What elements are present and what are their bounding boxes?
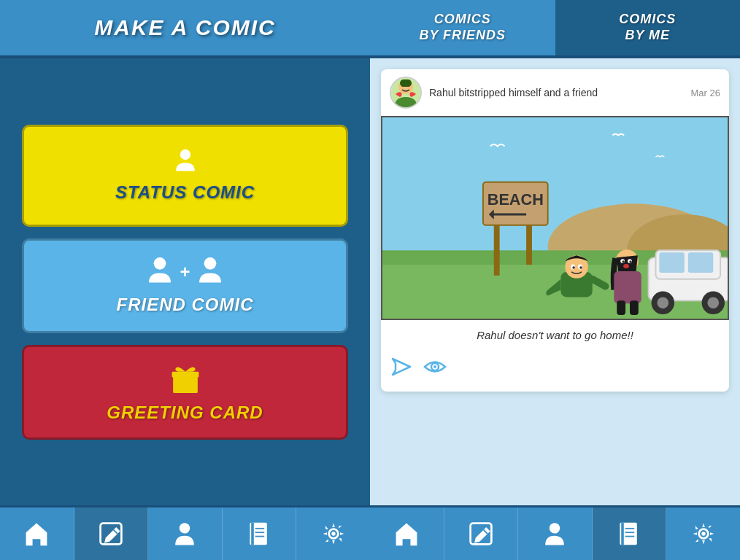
card-title: Rahul bitstripped himself and a friend — [429, 87, 598, 98]
right-content: Rahul bitstripped himself and a friend M… — [370, 58, 740, 505]
friend-icons: + — [146, 257, 223, 287]
svg-point-51 — [623, 264, 629, 268]
person2-icon — [196, 257, 224, 287]
right-nav-profile[interactable] — [518, 508, 593, 560]
share-button[interactable] — [390, 356, 412, 383]
card-info: Rahul bitstripped himself and a friend — [429, 86, 684, 99]
left-nav-edit[interactable] — [74, 508, 149, 560]
avatar-image — [391, 77, 420, 109]
svg-rect-60 — [621, 523, 624, 545]
left-nav-settings[interactable] — [296, 508, 370, 560]
left-header-title: MAKE A COMIC — [94, 15, 275, 40]
home-icon — [23, 521, 50, 547]
book-icon — [246, 521, 272, 547]
svg-point-15 — [331, 532, 335, 535]
left-header: MAKE A COMIC — [0, 0, 370, 58]
edit-icon-right — [468, 521, 494, 547]
share-icon — [390, 356, 412, 378]
avatar — [390, 77, 422, 109]
tab-comics-by-friends[interactable]: COMICSBY FRIENDS — [370, 0, 555, 55]
card-header: Rahul bitstripped himself and a friend M… — [381, 69, 729, 116]
edit-icon — [98, 521, 124, 547]
svg-point-2 — [204, 257, 216, 269]
svg-rect-36 — [659, 252, 684, 273]
left-content: STATUS COMIC + FRIEND COMIC — [0, 58, 370, 505]
view-button[interactable] — [423, 356, 447, 383]
status-btn-label: STATUS COMIC — [115, 182, 255, 203]
friend-btn-label: FRIEND COMIC — [117, 295, 254, 315]
svg-point-0 — [180, 149, 190, 159]
svg-point-65 — [701, 532, 705, 535]
greeting-btn-label: GREETING CARD — [107, 402, 263, 423]
profile-icon — [171, 521, 198, 547]
svg-rect-20 — [400, 79, 412, 87]
right-nav-book[interactable] — [593, 508, 667, 560]
status-comic-button[interactable]: STATUS COMIC — [22, 125, 348, 227]
card-actions — [381, 350, 729, 392]
left-panel: MAKE A COMIC STATUS COMIC + — [0, 0, 370, 560]
svg-point-35 — [707, 297, 719, 308]
svg-rect-52 — [617, 300, 625, 315]
settings-icon-right — [690, 521, 717, 547]
right-panel: COMICSBY FRIENDS COMICSBY ME — [370, 0, 740, 560]
profile-icon-right — [541, 521, 568, 547]
svg-point-43 — [572, 266, 575, 269]
book-icon-right — [616, 521, 642, 547]
right-header: COMICSBY FRIENDS COMICSBY ME — [370, 0, 740, 58]
card-caption: Rahul doesn't want to go home!! — [381, 320, 729, 350]
svg-point-8 — [180, 523, 190, 533]
left-nav-book[interactable] — [223, 508, 297, 560]
svg-point-58 — [550, 523, 560, 533]
svg-rect-10 — [251, 523, 254, 545]
person-icon — [172, 149, 199, 175]
right-nav-settings[interactable] — [666, 508, 740, 560]
comic-image: BEACH — [381, 116, 729, 320]
settings-icon — [320, 521, 347, 547]
plus-sign: + — [180, 262, 190, 282]
friend-comic-button[interactable]: + FRIEND COMIC — [22, 238, 348, 333]
svg-point-1 — [154, 257, 166, 269]
home-icon-right — [393, 521, 420, 547]
svg-rect-53 — [630, 300, 639, 315]
left-nav-home[interactable] — [0, 508, 74, 560]
svg-point-44 — [579, 266, 582, 269]
svg-point-49 — [622, 260, 625, 263]
svg-text:BEACH: BEACH — [487, 190, 544, 209]
right-nav-edit[interactable] — [444, 508, 519, 560]
svg-rect-5 — [183, 371, 187, 392]
person1-icon — [146, 257, 174, 287]
svg-rect-46 — [614, 271, 641, 303]
tab-friends-label: COMICSBY FRIENDS — [419, 12, 506, 43]
card-date: Mar 26 — [691, 88, 720, 98]
tab-me-label: COMICSBY ME — [619, 12, 676, 43]
svg-point-33 — [657, 297, 668, 308]
svg-point-50 — [629, 260, 632, 263]
greeting-card-button[interactable]: GREETING CARD — [22, 345, 348, 440]
comic-card: Rahul bitstripped himself and a friend M… — [381, 69, 729, 392]
left-bottom-nav — [0, 505, 370, 560]
left-nav-profile[interactable] — [148, 508, 223, 560]
right-nav-home[interactable] — [370, 508, 444, 560]
svg-rect-37 — [688, 252, 713, 273]
eye-icon — [423, 356, 447, 378]
svg-point-55 — [433, 365, 436, 368]
gift-icon — [167, 362, 204, 395]
right-bottom-nav — [370, 505, 740, 560]
tab-comics-by-me[interactable]: COMICSBY ME — [555, 0, 741, 55]
comic-scene: BEACH — [382, 117, 728, 319]
